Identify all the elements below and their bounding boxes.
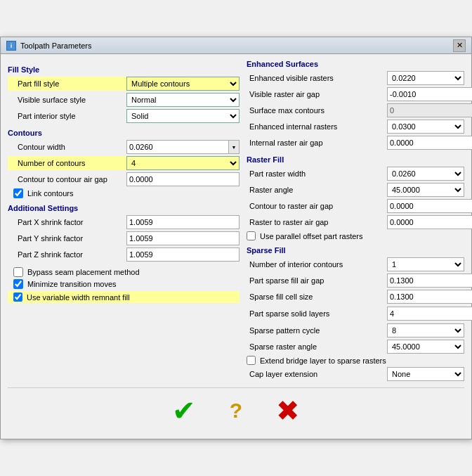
contour-width-label: Contour width xyxy=(18,143,126,151)
visible-surface-style-select[interactable]: Normal xyxy=(126,93,240,107)
bypass-seam-checkbox[interactable] xyxy=(13,267,23,277)
sparse-pattern-cycle-label: Sparse pattern cycle xyxy=(247,326,387,335)
part-raster-width-row: Part raster width 0.0260 xyxy=(247,167,464,181)
help-question-icon: ? xyxy=(230,399,242,423)
part-fill-style-row: Part fill style Multiple contours xyxy=(8,77,240,91)
use-parallel-offset-label: Use parallel offset part rasters xyxy=(260,232,363,240)
window-icon: i xyxy=(6,41,16,51)
part-y-shrink-input[interactable] xyxy=(126,231,240,245)
help-button[interactable]: ? xyxy=(221,395,251,426)
sparse-fill-cell-size-label: Sparse fill cell size xyxy=(247,292,387,301)
footer: ✔ ? ✖ xyxy=(8,387,464,433)
part-x-shrink-label: Part X shrink factor xyxy=(18,218,126,226)
part-x-shrink-input[interactable] xyxy=(126,215,240,229)
use-parallel-offset-row: Use parallel offset part rasters xyxy=(247,231,464,240)
visible-raster-air-gap-row: Visible raster air gap xyxy=(247,87,464,101)
part-sparse-solid-layers-row: Part sparse solid layers ▲ ▼ xyxy=(247,306,464,321)
number-of-contours-select[interactable]: 4 xyxy=(126,156,240,170)
sparse-pattern-cycle-select[interactable]: 8 xyxy=(387,323,464,337)
sparse-raster-angle-select[interactable]: 45.0000 xyxy=(387,340,464,354)
title-bar: i Toolpath Parameters ✕ xyxy=(1,37,471,54)
visible-surface-style-label: Visible surface style xyxy=(18,96,126,104)
part-sparse-fill-air-gap-row: Part sparse fill air gap xyxy=(247,274,464,288)
part-raster-width-select[interactable]: 0.0260 xyxy=(387,167,464,181)
sparse-fill-title: Sparse Fill xyxy=(247,246,464,255)
contour-to-raster-air-gap-label: Contour to raster air gap xyxy=(247,202,387,210)
main-content: Fill Style Part fill style Multiple cont… xyxy=(1,54,471,439)
number-of-interior-contours-label: Number of interior contours xyxy=(247,260,387,269)
enhanced-visible-rasters-select[interactable]: 0.0220 xyxy=(387,71,464,85)
part-sparse-solid-layers-spinner: ▲ ▼ xyxy=(387,306,472,321)
visible-surface-style-row: Visible surface style Normal xyxy=(8,93,240,107)
part-sparse-fill-air-gap-input[interactable] xyxy=(387,274,472,288)
sparse-fill-cell-size-input[interactable] xyxy=(387,290,472,304)
link-contours-checkbox[interactable] xyxy=(13,188,23,198)
part-z-shrink-input[interactable] xyxy=(126,247,240,262)
bypass-seam-row: Bypass seam placement method xyxy=(8,267,240,277)
cancel-x-icon: ✖ xyxy=(276,394,300,427)
part-sparse-solid-layers-input[interactable] xyxy=(387,307,472,321)
part-sparse-fill-air-gap-label: Part sparse fill air gap xyxy=(247,276,387,285)
bypass-seam-label: Bypass seam placement method xyxy=(27,268,140,276)
part-y-shrink-row: Part Y shrink factor xyxy=(8,231,240,245)
close-button[interactable]: ✕ xyxy=(453,39,466,52)
raster-to-raster-air-gap-label: Raster to raster air gap xyxy=(247,218,387,226)
raster-fill-title: Raster Fill xyxy=(247,155,464,164)
surface-max-contours-label: Surface max contours xyxy=(247,106,387,115)
contour-width-row: Contour width ▼ xyxy=(8,140,240,154)
raster-angle-row: Raster angle 45.0000 xyxy=(247,183,464,197)
part-y-shrink-label: Part Y shrink factor xyxy=(18,234,126,243)
fill-style-section-title: Fill Style xyxy=(8,65,240,74)
number-of-interior-contours-row: Number of interior contours 1 xyxy=(247,257,464,271)
cancel-button[interactable]: ✖ xyxy=(273,395,303,426)
use-variable-label: Use variable width remnant fill xyxy=(27,293,130,302)
visible-raster-air-gap-input[interactable] xyxy=(387,87,472,101)
part-interior-style-select[interactable]: Solid xyxy=(126,109,240,123)
part-raster-width-label: Part raster width xyxy=(247,169,387,178)
cap-layer-extension-label: Cap layer extension xyxy=(247,370,387,378)
part-interior-style-label: Part interior style xyxy=(18,112,126,120)
extend-bridge-layer-checkbox[interactable] xyxy=(247,356,256,365)
contour-to-raster-air-gap-input[interactable] xyxy=(387,199,472,213)
extend-bridge-layer-row: Extend bridge layer to sparse rasters xyxy=(247,356,464,365)
main-body: Fill Style Part fill style Multiple cont… xyxy=(8,60,464,383)
number-of-contours-row: Number of contours 4 xyxy=(8,156,240,170)
link-contours-label: Link contours xyxy=(27,189,73,198)
contour-width-input[interactable] xyxy=(126,140,229,154)
number-of-interior-contours-select[interactable]: 1 xyxy=(387,257,464,271)
minimize-transition-row: Minimize transition moves xyxy=(8,279,240,289)
cap-layer-extension-select[interactable]: None xyxy=(387,367,464,381)
raster-to-raster-air-gap-input[interactable] xyxy=(387,215,472,229)
sparse-raster-angle-row: Sparse raster angle 45.0000 xyxy=(247,340,464,354)
enhanced-internal-rasters-select[interactable]: 0.0300 xyxy=(387,120,464,134)
extend-bridge-layer-label: Extend bridge layer to sparse rasters xyxy=(260,356,386,365)
enhanced-visible-rasters-label: Enhanced visible rasters xyxy=(247,74,387,82)
use-parallel-offset-checkbox[interactable] xyxy=(247,231,256,240)
use-variable-row: Use variable width remnant fill xyxy=(8,291,240,303)
part-fill-style-select[interactable]: Multiple contours xyxy=(126,77,240,91)
enhanced-internal-rasters-row: Enhanced internal rasters 0.0300 xyxy=(247,120,464,134)
surface-max-contours-input[interactable] xyxy=(387,103,472,117)
enhanced-internal-rasters-label: Enhanced internal rasters xyxy=(247,122,387,131)
ok-checkmark-icon: ✔ xyxy=(172,394,196,427)
use-variable-checkbox[interactable] xyxy=(13,292,22,302)
contour-width-dropdown[interactable]: ▼ xyxy=(229,140,240,154)
sparse-pattern-cycle-row: Sparse pattern cycle 8 xyxy=(247,323,464,337)
number-of-contours-label: Number of contours xyxy=(18,159,126,167)
contour-air-gap-input[interactable] xyxy=(126,172,240,186)
ok-button[interactable]: ✔ xyxy=(169,395,199,426)
contour-to-raster-air-gap-row: Contour to raster air gap xyxy=(247,199,464,213)
raster-angle-label: Raster angle xyxy=(247,186,387,194)
enhanced-visible-rasters-row: Enhanced visible rasters 0.0220 xyxy=(247,71,464,85)
minimize-transition-checkbox[interactable] xyxy=(13,279,23,289)
part-z-shrink-label: Part Z shrink factor xyxy=(18,250,126,259)
right-panel: Enhanced Surfaces Enhanced visible raste… xyxy=(247,60,464,383)
part-x-shrink-row: Part X shrink factor xyxy=(8,215,240,229)
raster-angle-select[interactable]: 45.0000 xyxy=(387,183,464,197)
cap-layer-extension-row: Cap layer extension None xyxy=(247,367,464,381)
contour-air-gap-label: Contour to contour air gap xyxy=(18,175,126,184)
internal-raster-air-gap-input[interactable] xyxy=(387,136,472,150)
internal-raster-air-gap-label: Internal raster air gap xyxy=(247,139,387,147)
part-z-shrink-row: Part Z shrink factor xyxy=(8,247,240,262)
part-fill-style-label: Part fill style xyxy=(18,79,126,88)
